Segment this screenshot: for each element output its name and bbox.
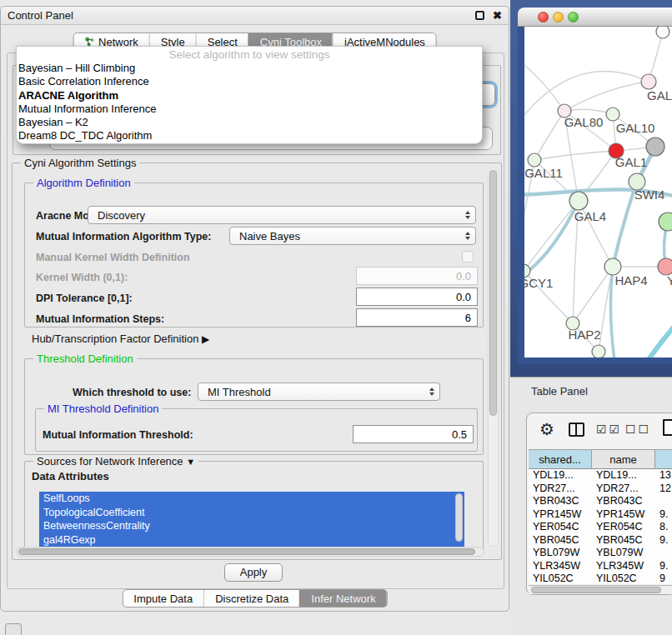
aracne-mode-combo[interactable]: Discovery [88,206,476,224]
node-gal11[interactable] [528,153,541,167]
table-row[interactable]: YDR27...YDR27...12 [529,482,672,496]
sources-group: Sources for Network Inference ▼ Data Att… [24,461,484,554]
network-edge[interactable] [573,267,613,323]
mi-threshold-field[interactable]: 0.5 [353,425,474,443]
network-window-titlebar[interactable] [518,8,672,27]
attribute-list-item[interactable]: gal4RGexp [39,533,464,548]
table-row[interactable]: YPR145WYPR145W9. [529,508,672,522]
table-cell: 9. [655,508,672,522]
dropdown-item[interactable]: Mutual Information Inference [17,102,482,116]
kernel-width-field[interactable]: 0.0 [356,267,478,285]
table-cell [655,547,672,560]
node-gal10[interactable] [606,108,619,121]
network-edge[interactable] [524,60,564,111]
unchecked-boxes-icon[interactable]: ☐☐ [625,422,651,436]
network-edge[interactable] [613,182,637,267]
node-salmon-right[interactable] [658,258,672,275]
network-edge[interactable] [524,201,579,280]
column-header[interactable]: name [592,450,655,468]
attribute-list-item[interactable]: TopologicalCoefficient [39,506,464,520]
dropdown-item[interactable]: Dream8 DC_TDC Algorithm [17,129,482,142]
settings-group-title: Cyni Algorithm Settings [21,157,139,169]
node-hap4[interactable] [604,258,621,275]
column-header[interactable]: shared... [529,450,592,468]
mi-type-label: Mutual Information Algorithm Type: [36,231,211,242]
node-top[interactable] [656,27,669,38]
list-scrollbar-thumb[interactable] [455,493,463,542]
attribute-list-item[interactable]: BetweennessCentrality [39,519,464,533]
dropdown-placeholder: Select algorithm to view settings [17,47,482,62]
settings-vertical-scrollbar[interactable] [488,168,499,547]
network-edge[interactable] [534,111,564,160]
algorithm-definition-group: Algorithm Definition Aracne Mode: Discov… [24,182,484,328]
table-row[interactable]: YLR345WYLR345W9. [529,560,672,573]
tab-label: Discretize Data [215,592,288,605]
cyni-algorithm-settings-group: Cyni Algorithm Settings Algorithm Defini… [12,162,502,560]
table-row[interactable]: YBL079WYBL079W [529,547,672,560]
table-horizontal-scrollbar[interactable] [529,585,672,594]
settings-horizontal-scrollbar[interactable] [16,547,484,557]
chevron-down-icon[interactable]: ▼ [186,457,195,467]
tab-discretize-data[interactable]: Discretize Data [203,590,299,607]
close-traffic-light-icon[interactable] [538,12,549,22]
table-row[interactable]: YDL19...YDL19...13 [529,469,672,482]
node-gal4[interactable] [569,192,588,210]
hub-definition-label: Hub/Transcription Factor Definition [32,332,198,345]
table-cell: 12 [655,482,672,496]
hub-definition-section[interactable]: Hub/Transcription Factor Definition ▶ [32,332,209,345]
mi-type-combo[interactable]: Naive Bayes [229,227,476,245]
manual-kernel-checkbox[interactable] [462,251,474,262]
table-cell: YER054C [529,521,592,534]
network-edge[interactable] [564,109,613,114]
network-edge[interactable] [610,267,614,358]
network-canvas[interactable]: GALGAL80GAL10GAL1GAL11SWI4GAL4GCY1HAP4YH… [524,27,672,358]
control-panel-window: Control Panel ✖ NetworkStyleSelectCyni T… [0,6,509,612]
close-icon[interactable]: ✖ [493,7,502,25]
data-attributes-list[interactable]: SelfLoopsTopologicalCoefficientBetweenne… [39,492,464,547]
table-row[interactable]: YER054CYER054C8. [529,521,672,534]
network-edge[interactable] [564,82,649,111]
dropdown-item[interactable]: ARACNE Algorithm [17,89,482,102]
table-cell: YDR27... [529,482,592,496]
network-edge[interactable] [524,201,579,271]
dropdown-item[interactable]: Bayesian – K2 [17,116,482,129]
screen: Control Panel ✖ NetworkStyleSelectCyni T… [0,0,672,635]
table-cell: 9. [655,534,672,548]
column-header[interactable]: A [655,450,672,468]
panel-grip-button[interactable] [5,623,22,635]
minimize-traffic-light-icon[interactable] [553,12,564,22]
dropdown-item[interactable]: Basic Correlation Inference [17,75,482,88]
network-edge[interactable] [534,151,616,160]
float-window-icon[interactable] [475,11,484,20]
document-icon[interactable] [663,419,672,436]
table-row[interactable]: YBR045CYBR045C9. [529,534,672,548]
tab-impute-data[interactable]: Impute Data [123,590,203,607]
node-bottom[interactable] [592,345,605,358]
gear-icon[interactable]: ⚙ [539,419,554,439]
dropdown-item[interactable]: Bayesian – Hill Climbing [17,62,482,75]
checked-boxes-icon[interactable]: ☑☑ [596,422,622,436]
tab-infer-network[interactable]: Infer Network [299,590,386,607]
dpi-tolerance-field[interactable]: 0.0 [356,288,478,306]
mi-threshold-label: Mutual Information Threshold: [43,429,193,441]
tab-label: Infer Network [311,592,375,605]
zoom-traffic-light-icon[interactable] [568,12,579,22]
table-rows: YDL19...YDL19...13YDR27...YDR27...12YBR0… [529,469,672,584]
table-panel-title: Table Panel [531,385,588,398]
mi-threshold-group: MI Threshold Definition Mutual Informati… [35,408,478,452]
which-threshold-combo[interactable]: MI Threshold [198,382,440,401]
attribute-list-item[interactable]: SelfLoops [39,492,464,506]
network-edge[interactable] [623,317,672,358]
sources-group-title: Sources for Network Inference [37,455,183,468]
mi-steps-field[interactable]: 6 [356,308,478,327]
node-gal-upper[interactable] [641,74,656,89]
table-row[interactable]: YBR043CYBR043C [529,495,672,508]
dpi-tolerance-value: 0.0 [456,291,471,303]
table-row[interactable]: YIL052CYIL052C9 [529,572,672,584]
apply-button[interactable]: Apply [224,563,283,582]
node-gray[interactable] [646,138,664,156]
split-columns-icon[interactable] [569,422,584,437]
node-green-right[interactable] [659,212,672,231]
window-frame [518,358,672,364]
mi-threshold-group-title: MI Threshold Definition [44,402,162,415]
